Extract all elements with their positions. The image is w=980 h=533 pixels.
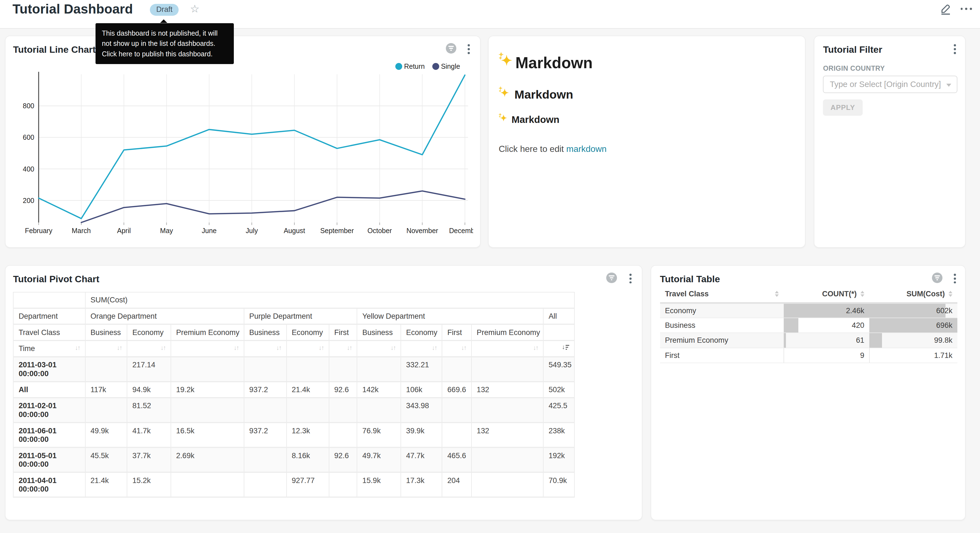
cell-count: 420 [784, 318, 869, 333]
pivot-value-cell: 37.7k [127, 447, 170, 472]
pivot-sort-cell[interactable]: ↓↑ [442, 340, 471, 357]
more-vertical-icon[interactable] [954, 274, 956, 284]
pivot-value-cell: 502k [543, 381, 574, 398]
markdown-edit-link[interactable]: markdown [566, 144, 606, 154]
pivot-axis-travel-class: Travel Class [13, 324, 85, 340]
pivot-value-cell: 204 [442, 472, 471, 497]
pivot-class-header: First [442, 324, 471, 340]
sort-icon[interactable]: ↓↑ [276, 344, 281, 351]
table-header-sum-cost-[interactable]: SUM(Cost) [869, 287, 957, 303]
pivot-row-label: 2011-04-01 00:00:00 [13, 472, 85, 497]
x-axis-label: October [368, 227, 392, 235]
sparkles-icon: ✦✦✦ [498, 113, 509, 123]
x-axis-label: November [406, 227, 438, 235]
panel-markdown: ✦✦✦Markdown ✦✦✦Markdown ✦✦✦Markdown Clic… [488, 36, 805, 248]
sort-icon[interactable]: ↓↑ [391, 344, 396, 351]
sort-desc-active-icon[interactable]: ↓ [562, 344, 569, 351]
pivot-row: 2011-04-01 00:00:0021.4k15.2k927.7715.9k… [13, 472, 574, 497]
pivot-sort-cell[interactable]: ↓↑ [85, 340, 127, 357]
pivot-group-header: Purple Department [244, 308, 357, 324]
pivot-group-header: Yellow Department [357, 308, 543, 324]
sort-icon[interactable] [861, 291, 864, 297]
edit-pencil-icon[interactable] [939, 3, 952, 15]
apply-button[interactable]: APPLY [823, 99, 862, 116]
sort-icon[interactable]: ↓↑ [161, 344, 165, 351]
pivot-class-header: Economy [127, 324, 170, 340]
origin-country-select[interactable]: Type or Select [Origin Country] [823, 76, 957, 93]
cell-sum: 99.8k [869, 333, 957, 348]
pivot-value-cell [286, 398, 329, 423]
sort-icon[interactable]: ↓↑ [318, 344, 323, 351]
pivot-value-cell: 49.7k [357, 447, 401, 472]
sort-icon[interactable]: ↓↑ [533, 344, 538, 351]
pivot-axis-time[interactable]: Time↓↑ [13, 340, 85, 357]
pivot-value-cell: 549.35 [543, 357, 574, 381]
table-row: Premium Economy6199.8k [660, 333, 958, 348]
pivot-value-cell: 19.2k [171, 381, 244, 398]
pivot-value-cell [244, 447, 286, 472]
pivot-value-cell [85, 398, 127, 423]
sort-icon[interactable]: ↓↑ [461, 344, 466, 351]
pivot-sort-cell[interactable]: ↓↑ [127, 340, 170, 357]
pivot-value-cell: 21.4k [286, 381, 329, 398]
pivot-value-cell: 12.3k [286, 423, 329, 447]
more-horizontal-icon[interactable] [961, 7, 972, 11]
pivot-sort-cell[interactable]: ↓↑ [286, 340, 329, 357]
more-vertical-icon[interactable] [629, 274, 632, 284]
publish-tooltip: This dashboard is not published, it will… [95, 23, 234, 64]
table-header-travel-class[interactable]: Travel Class [660, 287, 784, 303]
pivot-value-cell: 937.2 [244, 423, 286, 447]
pivot-class-header: Economy [286, 324, 329, 340]
svg-text:600: 600 [23, 134, 35, 141]
sort-icon[interactable] [948, 291, 952, 297]
sort-icon[interactable]: ↓↑ [117, 344, 122, 351]
x-axis-label: March [72, 227, 91, 235]
pivot-sort-cell[interactable]: ↓↑ [471, 340, 543, 357]
sort-icon[interactable] [775, 291, 779, 297]
pivot-value-cell [171, 472, 244, 497]
pivot-value-cell: 669.6 [442, 381, 471, 398]
pivot-row-label: All [13, 381, 85, 398]
pivot-value-cell [329, 423, 357, 447]
pivot-value-cell: 94.9k [127, 381, 170, 398]
value-bar [784, 318, 799, 332]
cell-travel-class: First [660, 348, 784, 363]
cell-sum: 1.71k [869, 348, 957, 363]
sort-icon[interactable]: ↓↑ [234, 344, 239, 351]
pivot-sort-cell[interactable]: ↓↑ [244, 340, 286, 357]
cell-travel-class: Premium Economy [660, 333, 784, 348]
pivot-value-cell: 17.3k [401, 472, 442, 497]
filter-indicator-icon[interactable] [606, 273, 617, 283]
pivot-sort-cell[interactable]: ↓↑ [171, 340, 244, 357]
draft-status-badge[interactable]: Draft [150, 4, 178, 16]
pivot-value-cell [357, 357, 401, 381]
pivot-row-label: 2011-02-01 00:00:00 [13, 398, 85, 423]
pivot-sort-cell[interactable]: ↓↑ [357, 340, 401, 357]
pivot-value-cell: 15.2k [127, 472, 170, 497]
table-header-count-[interactable]: COUNT(*) [784, 287, 869, 303]
pivot-row-label: 2011-03-01 00:00:00 [13, 357, 85, 381]
sort-icon[interactable]: ↓↑ [75, 344, 80, 351]
sparkles-icon: ✦✦✦ [498, 87, 511, 99]
pivot-value-cell [244, 357, 286, 381]
pivot-row-label: 2011-05-01 00:00:00 [13, 447, 85, 472]
value-bar [869, 304, 945, 318]
sort-icon[interactable]: ↓↑ [347, 344, 352, 351]
sparkles-icon: ✦✦✦ [498, 53, 515, 68]
pivot-class-header: Business [85, 324, 127, 340]
panel-tutorial-line-chart: Tutorial Line Chart ReturnSingle 2004006… [5, 36, 480, 248]
pivot-value-cell: 45.5k [85, 447, 127, 472]
pivot-value-cell [442, 398, 471, 423]
dashboard-page: Tutorial Dashboard Draft ☆ This dashboar… [0, 0, 980, 533]
pivot-sort-cell[interactable]: ↓ [543, 340, 574, 357]
pivot-class-header: Business [357, 324, 401, 340]
sort-icon[interactable]: ↓↑ [432, 344, 437, 351]
pivot-sort-cell[interactable]: ↓↑ [329, 340, 357, 357]
x-axis-label: May [160, 227, 173, 235]
pivot-sort-cell[interactable]: ↓↑ [401, 340, 442, 357]
filter-indicator-icon[interactable] [932, 273, 942, 283]
pivot-value-cell: 132 [471, 381, 543, 398]
more-vertical-icon[interactable] [954, 44, 956, 54]
favorite-star-icon[interactable]: ☆ [190, 3, 200, 15]
table-row: First91.71k [660, 348, 958, 363]
